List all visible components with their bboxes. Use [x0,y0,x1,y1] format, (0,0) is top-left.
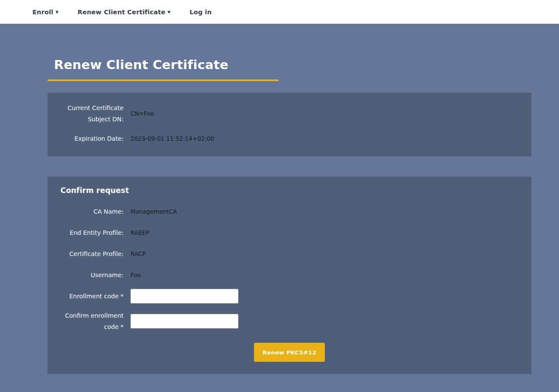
nav-item-renew-client-certificate[interactable]: Renew Client Certificate ▼ [78,9,171,16]
username-value: Foo [130,272,141,278]
button-row: Renew PKCS#12 [60,343,518,362]
field-row-username: Username: Foo [60,268,518,282]
input-row-enrollment-code: Enrollment code * [60,289,518,303]
confirm-request-heading: Confirm request [60,186,518,195]
field-row-subject-dn: Current Certificate Subject DN: CN=Foo [60,102,518,125]
chevron-down-icon: ▼ [168,10,171,14]
confirm-request-panel: Confirm request CA Name: ManagementCA En… [48,177,531,374]
expiration-date-value: 2023-09-01 11:52:14+02:00 [130,135,214,142]
nav-item-log-in[interactable]: Log in [190,9,212,16]
main-content: Renew Client Certificate Current Certifi… [0,24,559,374]
field-row-certificate-profile: Certificate Profile: RACP [60,247,518,261]
input-row-confirm-enrollment-code: Confirm enrollment code * [60,310,518,332]
confirm-enrollment-code-input[interactable] [130,314,238,329]
nav-item-label: Enroll [32,9,53,16]
enrollment-code-label: Enrollment code * [60,291,124,302]
page-title: Renew Client Certificate [48,57,531,72]
confirm-enrollment-code-label: Confirm enrollment code * [60,310,124,332]
field-row-end-entity-profile: End Entity Profile: RAEEP [60,225,518,240]
expiration-date-label: Expiration Date: [60,133,124,144]
end-entity-profile-value: RAEEP [130,229,149,236]
subject-dn-label: Current Certificate Subject DN: [60,102,124,125]
ca-name-value: ManagementCA [130,208,177,215]
nav-item-label: Renew Client Certificate [78,9,165,16]
nav-item-label: Log in [190,9,212,16]
field-row-ca-name: CA Name: ManagementCA [60,204,518,219]
renew-pkcs12-button[interactable]: Renew PKCS#12 [254,343,325,362]
certificate-profile-label: Certificate Profile: [60,248,124,259]
username-label: Username: [60,269,124,281]
end-entity-profile-label: End Entity Profile: [60,227,124,238]
enrollment-code-input[interactable] [130,289,238,303]
ca-name-label: CA Name: [60,206,124,217]
current-certificate-panel: Current Certificate Subject DN: CN=Foo E… [48,93,531,156]
top-nav: Enroll ▼ Renew Client Certificate ▼ Log … [0,0,559,24]
field-row-expiration-date: Expiration Date: 2023-09-01 11:52:14+02:… [60,131,518,146]
title-underline [48,79,279,81]
subject-dn-value: CN=Foo [130,110,154,117]
nav-item-enroll[interactable]: Enroll ▼ [32,9,59,16]
certificate-profile-value: RACP [130,250,146,257]
chevron-down-icon: ▼ [55,10,58,14]
